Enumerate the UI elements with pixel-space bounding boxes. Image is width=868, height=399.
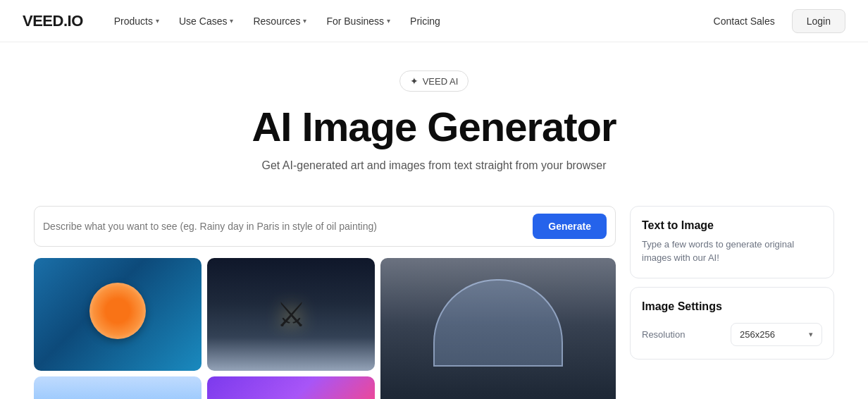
main-content: Generate Text to Image Type a few words … — [11, 189, 857, 399]
text-to-image-description: Type a few words to generate original im… — [642, 238, 822, 265]
generate-button[interactable]: Generate — [533, 214, 607, 239]
text-to-image-card: Text to Image Type a few words to genera… — [630, 206, 834, 278]
gallery-image-dome — [380, 258, 616, 399]
nav-item-pricing[interactable]: Pricing — [402, 11, 449, 31]
hero-section: ✦ VEED AI AI Image Generator Get AI-gene… — [0, 42, 868, 189]
gallery-image-owl — [207, 376, 375, 399]
nav-item-products[interactable]: Products ▾ — [106, 11, 168, 31]
chevron-down-icon: ▾ — [303, 17, 306, 25]
chevron-down-icon: ▾ — [809, 330, 813, 339]
nav-for-business-label: For Business — [326, 16, 384, 27]
nav-right: Contact Sales Login — [705, 9, 845, 33]
chevron-down-icon: ▾ — [156, 17, 159, 25]
nav-use-cases-label: Use Cases — [179, 16, 227, 27]
nav-links: Products ▾ Use Cases ▾ Resources ▾ For B… — [106, 11, 705, 31]
nav-item-resources[interactable]: Resources ▾ — [244, 11, 315, 31]
nav-products-label: Products — [114, 16, 153, 27]
navbar: VEED.IO Products ▾ Use Cases ▾ Resources… — [0, 0, 868, 42]
left-panel: Generate — [34, 206, 616, 399]
text-to-image-title: Text to Image — [642, 219, 822, 232]
image-settings-title: Image Settings — [642, 300, 822, 313]
search-bar: Generate — [34, 206, 616, 247]
chevron-down-icon: ▾ — [387, 17, 390, 25]
chevron-down-icon: ▾ — [230, 17, 233, 25]
hero-title: AI Image Generator — [14, 104, 854, 149]
resolution-value: 256x256 — [740, 329, 775, 340]
nav-resources-label: Resources — [253, 16, 300, 27]
right-panel: Text to Image Type a few words to genera… — [630, 206, 834, 360]
badge-label: VEED AI — [423, 76, 459, 87]
gallery-image-house — [34, 376, 202, 399]
logo[interactable]: VEED.IO — [23, 12, 83, 30]
resolution-row: Resolution 256x256 ▾ — [642, 323, 822, 346]
gallery-image-fish — [34, 258, 202, 371]
image-gallery — [34, 258, 616, 399]
prompt-input[interactable] — [43, 221, 533, 232]
resolution-select[interactable]: 256x256 ▾ — [731, 323, 822, 346]
nav-item-use-cases[interactable]: Use Cases ▾ — [170, 11, 242, 31]
ai-icon: ✦ — [410, 75, 418, 87]
image-settings-card: Image Settings Resolution 256x256 ▾ — [630, 287, 834, 360]
veed-ai-badge[interactable]: ✦ VEED AI — [399, 70, 469, 92]
resolution-label: Resolution — [642, 329, 685, 340]
nav-pricing-label: Pricing — [410, 16, 440, 27]
hero-subtitle: Get AI-generated art and images from tex… — [14, 159, 854, 172]
contact-sales-link[interactable]: Contact Sales — [705, 11, 783, 31]
nav-item-for-business[interactable]: For Business ▾ — [318, 11, 399, 31]
gallery-image-warrior — [207, 258, 375, 371]
login-button[interactable]: Login — [792, 9, 845, 33]
